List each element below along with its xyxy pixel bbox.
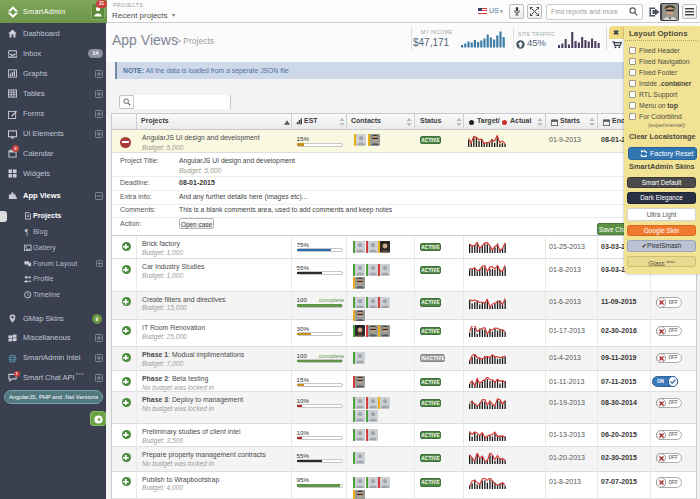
svg-text:¶: ¶ (25, 228, 29, 236)
